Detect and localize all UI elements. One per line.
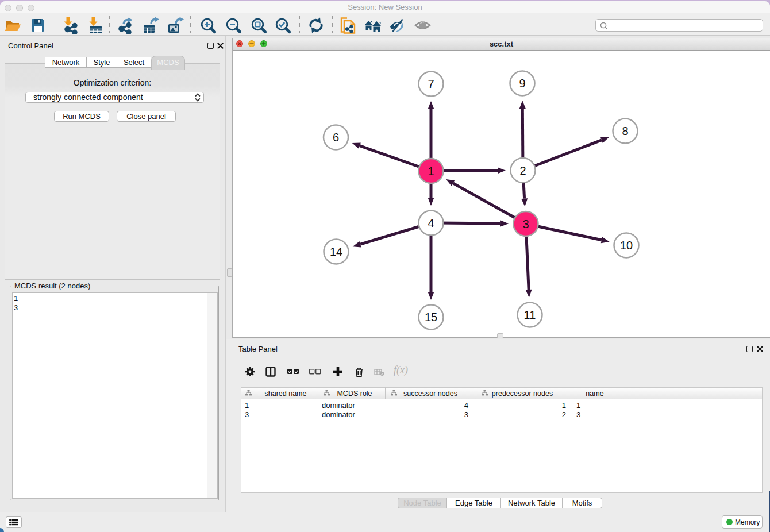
svg-text:11: 11 [524,309,536,321]
svg-text:8: 8 [622,125,628,137]
svg-text:shared name: shared name [265,390,307,398]
svg-text:successor nodes: successor nodes [403,390,457,398]
svg-text:dominator: dominator [322,410,355,419]
svg-text:15: 15 [425,311,437,323]
svg-text:2: 2 [562,410,566,419]
svg-text:MCDS role: MCDS role [337,390,372,398]
svg-text:2: 2 [519,164,526,177]
svg-text:14: 14 [330,245,342,258]
svg-text:dominator: dominator [322,401,355,410]
svg-text:10: 10 [620,239,633,252]
svg-text:1: 1 [562,401,566,410]
svg-text:predecessor nodes: predecessor nodes [492,390,553,398]
svg-text:4: 4 [428,217,434,229]
svg-text:7: 7 [428,78,434,90]
svg-text:name: name [586,390,603,398]
svg-text:4: 4 [464,401,468,410]
svg-text:3: 3 [464,410,468,419]
svg-text:3: 3 [576,410,580,419]
svg-text:1: 1 [576,401,580,410]
svg-text:1: 1 [245,401,249,410]
svg-text:6: 6 [333,131,339,144]
svg-text:3: 3 [522,218,529,230]
svg-text:1: 1 [428,165,434,178]
svg-text:3: 3 [245,410,249,419]
svg-text:9: 9 [519,77,525,90]
